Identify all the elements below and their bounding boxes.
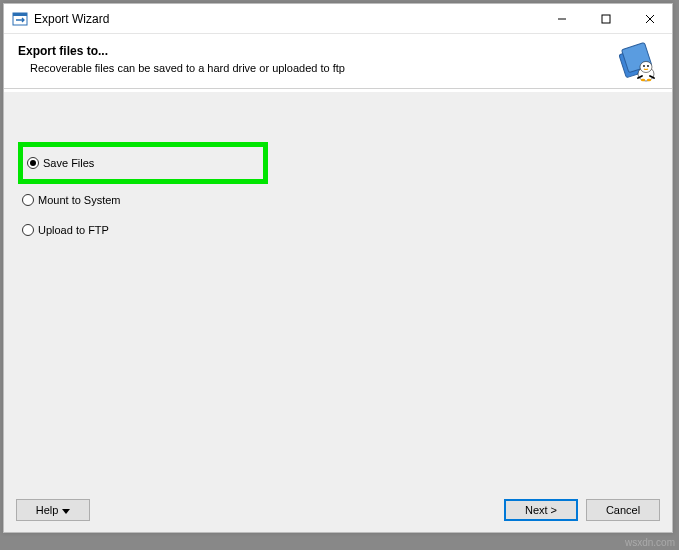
option-label-ftp: Upload to FTP (38, 224, 109, 236)
radio-upload-to-ftp[interactable] (22, 224, 34, 236)
cancel-button[interactable]: Cancel (586, 499, 660, 521)
dropdown-arrow-icon (62, 504, 70, 516)
help-button-label: Help (36, 504, 59, 516)
option-label-mount: Mount to System (38, 194, 121, 206)
option-save-files[interactable]: Save Files (18, 142, 268, 184)
svg-point-10 (643, 65, 645, 67)
next-button-label: Next > (525, 504, 557, 516)
titlebar: Export Wizard (4, 4, 672, 34)
app-icon (12, 11, 28, 27)
svg-point-13 (647, 79, 651, 82)
radio-mount-to-system[interactable] (22, 194, 34, 206)
radio-save-files[interactable] (27, 157, 39, 169)
svg-point-12 (641, 79, 645, 82)
close-button[interactable] (628, 4, 672, 33)
page-subtitle: Recoverable files can be saved to a hard… (30, 62, 658, 74)
svg-point-11 (647, 65, 649, 67)
option-label-save-files: Save Files (43, 157, 94, 169)
page-title: Export files to... (18, 44, 658, 58)
wizard-footer: Help Next > Cancel (4, 488, 672, 532)
svg-rect-3 (602, 15, 610, 23)
cancel-button-label: Cancel (606, 504, 640, 516)
minimize-button[interactable] (540, 4, 584, 33)
help-button[interactable]: Help (16, 499, 90, 521)
window-title: Export Wizard (34, 12, 540, 26)
svg-point-9 (640, 62, 652, 73)
window-controls (540, 4, 672, 33)
wizard-icon (614, 40, 658, 84)
option-mount-to-system[interactable]: Mount to System (18, 190, 268, 210)
wizard-header: Export files to... Recoverable files can… (4, 34, 672, 89)
next-button[interactable]: Next > (504, 499, 578, 521)
wizard-content: Save Files Mount to System Upload to FTP (4, 91, 672, 488)
export-wizard-window: Export Wizard Export files to... Recover… (3, 3, 673, 533)
watermark: wsxdn.com (625, 537, 675, 548)
maximize-button[interactable] (584, 4, 628, 33)
option-upload-to-ftp[interactable]: Upload to FTP (18, 220, 268, 240)
export-options: Save Files Mount to System Upload to FTP (4, 92, 672, 240)
svg-rect-1 (13, 13, 27, 16)
